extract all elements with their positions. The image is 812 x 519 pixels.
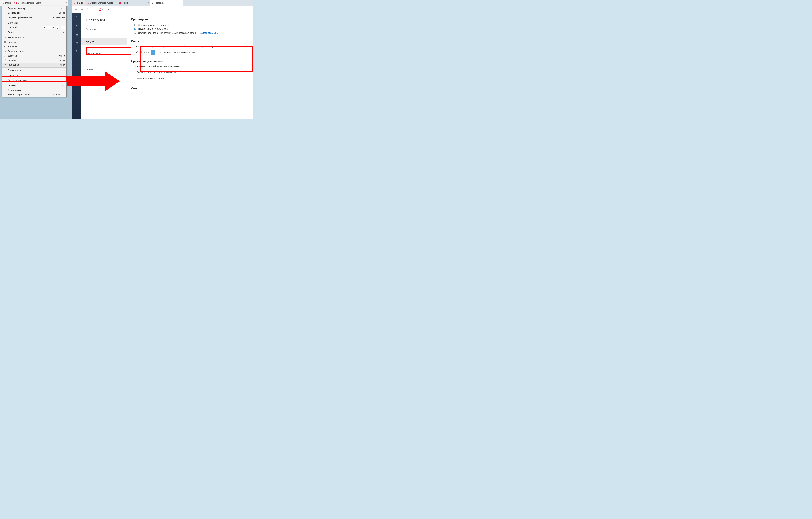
import-bookmarks-button[interactable]: Импорт закладок и настроек...	[134, 76, 169, 81]
rail-news-icon[interactable]: ▤	[75, 32, 78, 36]
nav-basic[interactable]: Основные	[81, 26, 126, 32]
nav-security[interactable]: Безопасность	[81, 51, 126, 57]
search-engine-select[interactable]: Google поиск ▼	[134, 50, 155, 55]
menu-item-label: Выход из программы	[8, 93, 30, 96]
menu-item-label: Создать окно	[8, 11, 22, 14]
menu-item-label: Экспресс-панель	[8, 36, 26, 39]
menu-item-о-программе[interactable]: О программе	[2, 88, 66, 92]
menu-item-настройки[interactable]: ⚙НастройкиAlt+P	[2, 62, 66, 67]
menu-separator	[2, 83, 66, 83]
search-note: Задайте поисковую систему для поиска из …	[134, 45, 249, 48]
menu-item-новости[interactable]: ▤Новости	[2, 40, 66, 45]
close-icon[interactable]: ×	[115, 2, 116, 4]
startup-radio-2[interactable]: Продолжить с того же места	[134, 27, 249, 30]
menu-item-выход-из-программы[interactable]: Выход из программыCtrl+Shift+X	[2, 92, 66, 97]
menu-item-печать-[interactable]: Печать...Ctrl+P	[2, 30, 66, 34]
select-value: Google поиск	[134, 50, 151, 55]
make-default-button[interactable]: Сделать Opera браузером по умолчанию	[134, 70, 179, 75]
new-tab-button[interactable]: ✚	[183, 0, 187, 6]
opera-icon	[87, 2, 89, 4]
menu-item-label: Печать...	[8, 31, 17, 33]
back-button[interactable]: ←	[74, 7, 78, 12]
menu-button-left[interactable]: Меню	[0, 0, 13, 6]
search-heading: Поиск	[131, 40, 249, 43]
menu-item-label: Создать вкладку	[8, 7, 25, 9]
shortcut-label: Ctrl+J	[59, 55, 65, 57]
address-input[interactable]	[103, 8, 252, 11]
set-pages-link[interactable]: Задать страницы	[200, 32, 218, 34]
tab-opera[interactable]: Опера на телефон/Opera ×	[85, 0, 118, 6]
opera-icon	[74, 2, 76, 4]
chevron-right-icon: ▸	[64, 22, 65, 24]
menu-item-закладки[interactable]: ♥Закладки▸	[2, 45, 66, 49]
menu-item-создать-окно[interactable]: Создать окноCtrl+N	[2, 10, 66, 15]
radio-icon	[134, 28, 137, 30]
forward-button[interactable]: →	[80, 7, 84, 12]
tab-yandex[interactable]: Я Яндекс ×	[118, 0, 150, 6]
menu-item-расширения[interactable]: Расширения▸	[2, 68, 66, 73]
menu-item-label: Загрузки	[8, 54, 17, 57]
menu-item-label: Настройки	[8, 63, 19, 66]
close-icon[interactable]: ×	[180, 2, 181, 4]
menu-item-label: Другие инструменты	[8, 79, 29, 81]
menu-item-label: Opera Turbo	[8, 74, 21, 77]
chevron-right-icon: ▸	[64, 69, 65, 71]
menu-item-экспресс-панель[interactable]: ⊞Экспресс-панель	[2, 35, 66, 40]
menu-button-right[interactable]: Меню	[72, 0, 85, 6]
close-icon[interactable]: ×	[65, 2, 67, 4]
manage-search-button[interactable]: Управление поисковыми системами...	[157, 50, 199, 55]
menu-label: Меню	[5, 2, 11, 4]
default-browser-heading: Браузер по умолчанию	[131, 60, 249, 63]
menu-item-label: Новости	[8, 41, 17, 44]
menu-item-label: Синхронизация...	[8, 50, 26, 53]
rail-history-icon[interactable]: ◷	[75, 41, 78, 45]
menu-item-страница[interactable]: Страница▸	[2, 21, 66, 25]
rail-heart-icon[interactable]: ♥	[76, 24, 78, 27]
left-tabbar: Меню Опера на телефон/Opera ×	[0, 0, 68, 6]
fullscreen-button[interactable]: ⛶	[61, 26, 65, 29]
zoom-out-button[interactable]: ❮	[43, 26, 46, 29]
zoom-label: Масштаб	[8, 26, 18, 29]
menu-item-история[interactable]: ↺ИсторияCtrl+H	[2, 58, 66, 62]
left-window: Меню Опера на телефон/Opera × Создать вк…	[0, 0, 68, 6]
menu-item-загрузки[interactable]: ⭳ЗагрузкиCtrl+J	[2, 53, 66, 58]
tab-settings[interactable]: ⚙ Настройки ×	[150, 0, 183, 6]
startup-radio-3[interactable]: Открыть определенную страницу или нескол…	[134, 31, 249, 34]
rail-speeddial-icon[interactable]: ⠿	[76, 16, 78, 19]
settings-body: При запуске Открыть начальную страницу П…	[127, 13, 253, 119]
startup-heading: При запуске	[131, 18, 249, 21]
close-icon[interactable]: ×	[147, 2, 149, 4]
menu-item-другие-инструменты[interactable]: Другие инструменты▸	[2, 78, 66, 82]
menu-item-label: История	[8, 59, 17, 62]
menu-item-opera-turbo[interactable]: Opera Turbo	[2, 73, 66, 78]
right-window: Меню Опера на телефон/Opera × Я Яндекс ×…	[72, 0, 253, 119]
heart-icon: ♥	[3, 45, 6, 48]
opera-icon	[99, 8, 101, 11]
menu-item-справка[interactable]: СправкаF1	[2, 83, 66, 88]
address-bar	[97, 7, 252, 12]
network-heading: Сеть	[131, 87, 249, 90]
chevron-right-icon: ▸	[64, 45, 65, 48]
tab-opera-left[interactable]: Опера на телефон/Opera ×	[13, 0, 68, 6]
nav-sites[interactable]: Сайты	[81, 45, 126, 51]
chevron-right-icon: ▸	[64, 79, 65, 81]
menu-item-создать-вкладку[interactable]: Создать вкладкуCtrl+T	[2, 6, 66, 10]
zoom-in-button[interactable]: ❯	[56, 26, 59, 29]
shortcut-label: Ctrl+H	[59, 59, 65, 62]
menu-item-label: Справка	[8, 84, 17, 87]
menu-item-label: Создать приватное окно	[8, 16, 33, 19]
rail-star-icon[interactable]: ★	[75, 49, 78, 53]
radio-label: Открыть начальную страницу	[138, 24, 169, 27]
tab-title: Опера на телефон/Opera	[90, 2, 113, 4]
startup-radio-1[interactable]: Открыть начальную страницу	[134, 23, 249, 27]
speeddial-button[interactable]: ⠿	[92, 7, 95, 12]
menu-item-label: Закладки	[8, 45, 18, 48]
menu-item-создать-приватное-окно[interactable]: Создать приватное окноCtrl+Shift+N	[2, 15, 66, 20]
shortcut-label: Ctrl+Shift+X	[53, 93, 65, 96]
menu-item-синхронизация-[interactable]: ◷Синхронизация...	[2, 49, 66, 53]
nav-browser[interactable]: Браузер	[81, 38, 126, 45]
nav-rate[interactable]: Оцени...	[81, 66, 126, 72]
main-menu-dropdown: Создать вкладкуCtrl+TСоздать окноCtrl+NС…	[2, 6, 66, 97]
speed-icon: ⊞	[3, 36, 6, 39]
reload-button[interactable]: ↻	[86, 7, 90, 12]
